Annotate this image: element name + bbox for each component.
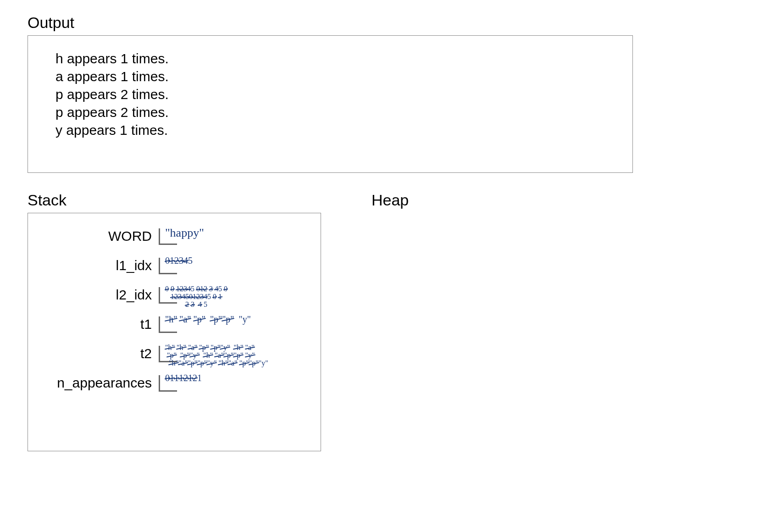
output-line: y appears 1 times.	[55, 121, 605, 139]
stack-box: WORD"happy"l1_idx012345l2_idx0 0 12345 0…	[28, 213, 321, 451]
stack-var-value: 01112121	[159, 371, 305, 383]
stack-title: Stack	[28, 191, 321, 209]
stack-row: t2"h" "h" "a" "p" "p""y" "h" "a" "p" "p"…	[37, 342, 311, 369]
stack-var-value: "happy"	[159, 225, 305, 239]
output-box: h appears 1 times.a appears 1 times.p ap…	[28, 35, 633, 173]
stack-var-label: n_appearances	[37, 371, 159, 391]
output-title: Output	[28, 14, 737, 32]
stack-row: WORD"happy"	[37, 225, 311, 251]
slot-bracket	[159, 228, 177, 245]
stack-var-label: t2	[37, 342, 159, 361]
stack-row: n_appearances01112121	[37, 371, 311, 398]
stack-var-value: 012345	[159, 254, 305, 266]
stack-row: l1_idx012345	[37, 254, 311, 281]
stack-var-label: WORD	[37, 225, 159, 244]
stack-var-value: "h" "a" "p" "p""p" "y"	[159, 313, 305, 324]
output-line: p appears 2 times.	[55, 103, 605, 121]
output-line: a appears 1 times.	[55, 67, 605, 85]
stack-row: l2_idx0 0 12345 012 3 45 0 12345012345 0…	[37, 283, 311, 310]
stack-var-label: l2_idx	[37, 283, 159, 303]
stack-var-label: l1_idx	[37, 254, 159, 273]
output-line: p appears 2 times.	[55, 85, 605, 103]
stack-var-value: "h" "h" "a" "p" "p""y" "h" "a" "p" "p""y…	[159, 342, 305, 367]
output-line: h appears 1 times.	[55, 50, 605, 67]
heap-title: Heap	[371, 191, 555, 209]
stack-var-label: t1	[37, 313, 159, 332]
stack-var-value: 0 0 12345 012 3 45 0 12345012345 0 1 2 3…	[159, 283, 305, 308]
stack-row: t1"h" "a" "p" "p""p" "y"	[37, 313, 311, 339]
